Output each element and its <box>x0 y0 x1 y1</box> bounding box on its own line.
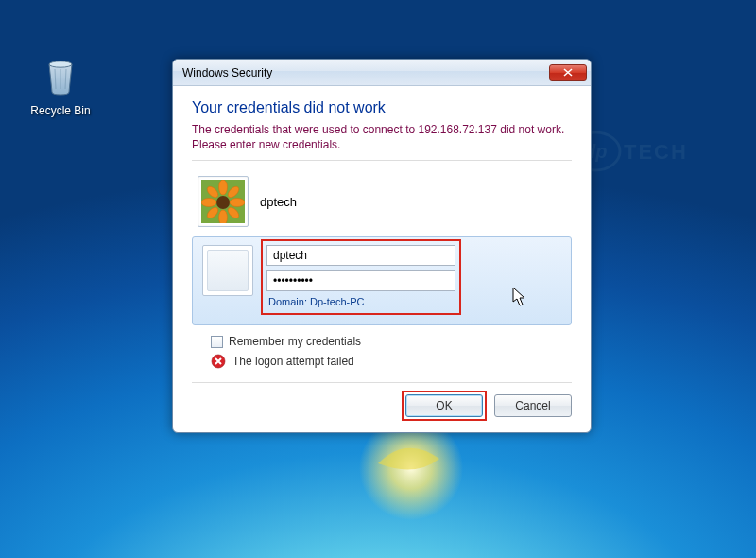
recycle-bin-label: Recycle Bin <box>23 104 98 117</box>
svg-point-0 <box>49 61 72 67</box>
recycle-bin[interactable]: Recycle Bin <box>23 52 98 117</box>
ok-highlight: OK <box>402 391 487 421</box>
error-label: The logon attempt failed <box>232 355 354 368</box>
svg-point-8 <box>219 210 228 223</box>
saved-account-name: dptech <box>260 195 297 209</box>
remember-row[interactable]: Remember my credentials <box>211 335 572 348</box>
ok-label: OK <box>436 399 452 412</box>
ok-button[interactable]: OK <box>405 394 483 417</box>
credential-tile[interactable]: Domain: Dp-tech-PC <box>192 236 572 325</box>
close-icon <box>563 68 573 77</box>
svg-point-7 <box>219 180 228 195</box>
cancel-label: Cancel <box>515 399 550 412</box>
error-icon <box>211 354 226 369</box>
dialog-body: Your credentials did not work The creden… <box>173 86 591 432</box>
svg-point-10 <box>230 199 245 207</box>
divider <box>192 160 572 161</box>
dialog-heading: Your credentials did not work <box>192 99 572 116</box>
username-input[interactable] <box>266 245 455 266</box>
cursor-icon <box>512 287 527 307</box>
titlebar[interactable]: Windows Security <box>173 60 591 86</box>
remember-label: Remember my credentials <box>229 335 361 348</box>
recycle-bin-icon <box>38 52 83 97</box>
password-input[interactable] <box>266 270 455 291</box>
svg-point-6 <box>216 196 230 209</box>
dialog-subtext: The credentials that were used to connec… <box>192 122 572 152</box>
close-button[interactable] <box>549 64 587 81</box>
cancel-button[interactable]: Cancel <box>494 394 572 417</box>
error-row: The logon attempt failed <box>211 354 572 369</box>
svg-point-9 <box>201 199 216 207</box>
blank-avatar <box>202 245 253 296</box>
flower-icon <box>201 180 245 223</box>
window-title: Windows Security <box>182 66 549 79</box>
button-row: OK Cancel <box>192 382 572 417</box>
domain-label: Domain: Dp-tech-PC <box>266 296 455 307</box>
saved-account-tile[interactable]: dptech <box>192 172 572 236</box>
avatar <box>198 176 249 227</box>
windows-security-dialog: Windows Security Your credentials did no… <box>172 59 592 433</box>
highlight-box: Domain: Dp-tech-PC <box>261 239 461 315</box>
remember-checkbox[interactable] <box>211 336 223 348</box>
svg-text:TECH: TECH <box>624 140 688 164</box>
